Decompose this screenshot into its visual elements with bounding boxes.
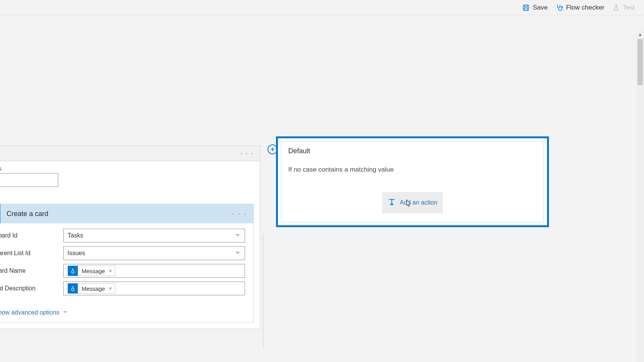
svg-rect-13 xyxy=(390,204,393,205)
case-card: e 4 · · · uals Create a card · · · xyxy=(0,146,260,329)
token-remove[interactable]: × xyxy=(109,285,112,292)
save-icon xyxy=(522,4,530,11)
chevron-down-icon xyxy=(235,232,241,239)
token-label: Message xyxy=(81,285,106,292)
flask-icon xyxy=(612,4,620,11)
add-action-button[interactable]: Add an action xyxy=(382,192,443,213)
action-body: Board Id Tasks Parent List Id xyxy=(0,223,253,322)
svg-point-3 xyxy=(561,6,562,7)
dynamic-token[interactable]: Message × xyxy=(67,265,115,276)
add-action-label: Add an action xyxy=(400,199,437,206)
save-button[interactable]: Save xyxy=(522,4,548,11)
card-description-label: ard Description xyxy=(0,285,63,292)
default-case-card[interactable]: Default If no case contains a matching v… xyxy=(276,136,549,227)
parent-list-id-value: Issues xyxy=(67,250,85,257)
equals-input[interactable] xyxy=(0,173,58,187)
token-label: Message xyxy=(81,268,106,274)
test-label: Test xyxy=(623,4,635,11)
toolbar: Save Flow checker Test xyxy=(0,0,644,15)
test-button[interactable]: Test xyxy=(612,4,635,11)
flow-checker-label: Flow checker xyxy=(566,4,605,11)
case-more-menu[interactable]: · · · xyxy=(240,149,254,157)
case-body: uals Create a card · · · Board Id xyxy=(0,161,260,329)
save-label: Save xyxy=(533,4,548,11)
trello-icon xyxy=(0,204,0,223)
card-description-input[interactable]: Message × xyxy=(63,282,245,295)
scroll-up-arrow[interactable]: ▲ xyxy=(636,31,644,38)
default-description: If no case contains a matching value xyxy=(288,166,537,174)
action-more-menu[interactable]: · · · xyxy=(232,210,247,218)
chevron-down-icon xyxy=(62,309,68,316)
token-remove[interactable]: × xyxy=(109,268,112,274)
svg-rect-2 xyxy=(524,8,527,10)
svg-point-8 xyxy=(72,288,74,291)
action-card: Create a card · · · Board Id Tasks xyxy=(0,204,254,323)
svg-point-7 xyxy=(72,270,74,273)
parent-list-id-select[interactable]: Issues xyxy=(63,246,245,260)
card-name-input[interactable]: Message × xyxy=(63,264,245,278)
stethoscope-icon xyxy=(555,4,563,11)
action-title: Create a card xyxy=(7,210,48,218)
equals-label: uals xyxy=(0,165,254,172)
svg-rect-1 xyxy=(524,5,527,7)
add-action-icon xyxy=(388,198,396,208)
case-header[interactable]: e 4 · · · xyxy=(0,146,260,161)
show-advanced-options[interactable]: Show advanced options xyxy=(0,309,68,316)
scroll-thumb[interactable] xyxy=(637,39,643,85)
flow-checker-button[interactable]: Flow checker xyxy=(555,4,605,11)
canvas: e 4 · · · uals Create a card · · · xyxy=(0,15,644,362)
board-id-select[interactable]: Tasks xyxy=(63,229,245,242)
card-name-label: Card Name xyxy=(0,267,63,274)
board-id-value: Tasks xyxy=(67,232,83,239)
dynamic-content-icon xyxy=(68,266,78,276)
dynamic-content-icon xyxy=(68,283,78,293)
dynamic-token[interactable]: Message × xyxy=(67,283,115,294)
default-title: Default xyxy=(288,147,537,155)
connector-line xyxy=(263,234,263,349)
action-header[interactable]: Create a card · · · xyxy=(0,204,253,223)
advanced-label: Show advanced options xyxy=(0,309,59,316)
scrollbar[interactable]: ▲ xyxy=(636,31,644,362)
default-case-inner: Default If no case contains a matching v… xyxy=(281,141,544,222)
parent-list-id-label: Parent List Id xyxy=(0,250,63,257)
chevron-down-icon xyxy=(235,249,241,257)
board-id-label: Board Id xyxy=(0,232,63,239)
